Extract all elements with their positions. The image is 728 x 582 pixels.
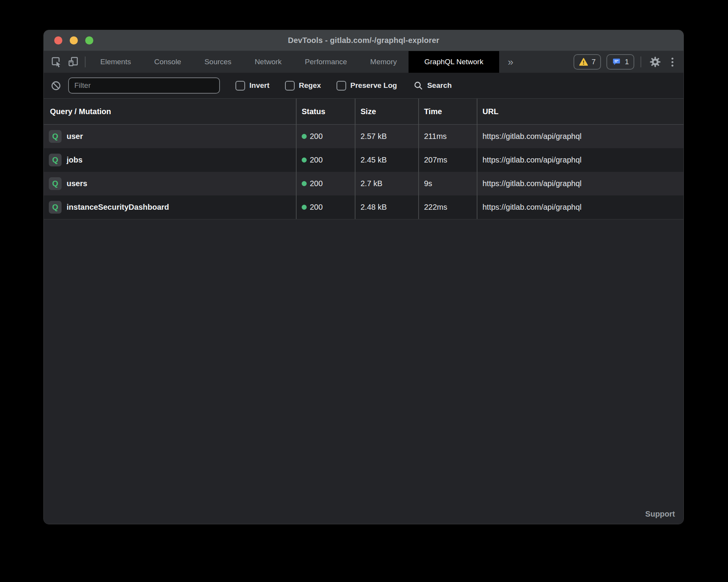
devtools-toolbar: Elements Console Sources Network Perform… [44, 51, 683, 73]
query-type-badge: Q [49, 177, 62, 190]
search-label: Search [427, 81, 452, 90]
status-ok-dot-icon [302, 181, 307, 186]
screen-background: DevTools - gitlab.com/-/graphql-explorer [0, 0, 728, 582]
request-url: https://gitlab.com/api/graphql [477, 125, 683, 148]
clear-filter-button[interactable] [51, 80, 61, 91]
query-type-badge: Q [49, 201, 62, 214]
invert-checkbox-group: Invert [235, 81, 270, 91]
query-type-badge: Q [49, 130, 62, 143]
preserve-log-label: Preserve Log [350, 81, 397, 90]
table-header: Query / Mutation Status Size Time URL [44, 99, 683, 125]
support-link[interactable]: Support [645, 510, 675, 519]
issues-badge-button[interactable]: 1 [606, 54, 634, 70]
toolbar-divider [85, 56, 86, 67]
tab-memory[interactable]: Memory [359, 51, 409, 73]
request-url: https://gitlab.com/api/graphql [477, 172, 683, 195]
more-tabs-button[interactable]: » [499, 51, 522, 73]
table-row[interactable]: Q instanceSecurityDashboard 200 2.48 kB … [44, 195, 683, 219]
invert-checkbox[interactable] [235, 81, 245, 91]
column-header-query-mutation[interactable]: Query / Mutation [44, 99, 297, 124]
tab-console[interactable]: Console [143, 51, 193, 73]
status-ok-dot-icon [302, 157, 307, 163]
request-table: Q user 200 2.57 kB 211ms https://gitlab.… [44, 125, 683, 219]
toolbar-right-cluster: 7 1 [573, 51, 676, 73]
size-value: 2.57 kB [355, 125, 419, 148]
issues-count: 1 [625, 58, 629, 66]
column-header-url[interactable]: URL [477, 99, 683, 124]
status-ok-dot-icon [302, 134, 307, 139]
request-url: https://gitlab.com/api/graphql [477, 148, 683, 172]
status-ok-dot-icon [302, 205, 307, 210]
request-url: https://gitlab.com/api/graphql [477, 195, 683, 219]
tab-elements[interactable]: Elements [89, 51, 143, 73]
preserve-log-checkbox[interactable] [337, 81, 346, 91]
table-row[interactable]: Q jobs 200 2.45 kB 207ms https://gitlab.… [44, 148, 683, 172]
chevron-double-right-icon: » [508, 56, 513, 68]
devtools-window: DevTools - gitlab.com/-/graphql-explorer [43, 30, 684, 524]
size-value: 2.48 kB [355, 195, 419, 219]
time-value: 9s [419, 172, 477, 195]
tab-performance[interactable]: Performance [293, 51, 359, 73]
time-value: 211ms [419, 125, 477, 148]
operation-name: jobs [67, 156, 82, 164]
device-toolbar-icon [67, 56, 79, 68]
preserve-log-checkbox-group: Preserve Log [337, 81, 397, 91]
table-row[interactable]: Q user 200 2.57 kB 211ms https://gitlab.… [44, 125, 683, 148]
warnings-badge-button[interactable]: 7 [573, 54, 601, 70]
inspect-element-button[interactable] [48, 51, 65, 73]
settings-button[interactable] [647, 54, 663, 70]
status-code: 200 [310, 203, 323, 212]
time-value: 207ms [419, 148, 477, 172]
invert-label: Invert [249, 81, 270, 90]
toolbar-right-divider [640, 56, 641, 67]
size-value: 2.7 kB [355, 172, 419, 195]
column-header-status[interactable]: Status [297, 99, 355, 124]
status-code: 200 [310, 179, 323, 188]
tab-sources[interactable]: Sources [193, 51, 243, 73]
operation-name: users [67, 179, 87, 188]
operation-name: user [67, 132, 83, 141]
search-button[interactable]: Search [413, 80, 452, 91]
filter-bar: Invert Regex Preserve Log Search [44, 73, 683, 99]
titlebar: DevTools - gitlab.com/-/graphql-explorer [44, 30, 683, 51]
regex-checkbox[interactable] [285, 81, 295, 91]
more-options-button[interactable] [668, 56, 676, 68]
panel-empty-area: Support [44, 219, 683, 524]
tab-graphql-network[interactable]: GraphQL Network [409, 51, 499, 73]
column-header-size[interactable]: Size [355, 99, 419, 124]
filter-input[interactable] [68, 77, 220, 94]
warning-count: 7 [592, 58, 596, 66]
kebab-menu-icon [671, 58, 673, 60]
message-bubble-icon [612, 57, 621, 67]
status-code: 200 [310, 132, 323, 141]
status-code: 200 [310, 156, 323, 164]
device-toolbar-button[interactable] [65, 51, 82, 73]
regex-label: Regex [299, 81, 321, 90]
regex-checkbox-group: Regex [285, 81, 321, 91]
operation-name: instanceSecurityDashboard [67, 203, 169, 212]
column-header-time[interactable]: Time [419, 99, 477, 124]
search-icon [413, 80, 423, 91]
tab-network[interactable]: Network [243, 51, 294, 73]
block-icon [51, 80, 61, 91]
window-title: DevTools - gitlab.com/-/graphql-explorer [44, 36, 683, 45]
time-value: 222ms [419, 195, 477, 219]
inspect-cursor-icon [50, 56, 62, 68]
warning-triangle-icon [579, 57, 588, 67]
size-value: 2.45 kB [355, 148, 419, 172]
gear-icon [649, 56, 661, 68]
query-type-badge: Q [49, 154, 62, 166]
table-row[interactable]: Q users 200 2.7 kB 9s https://gitlab.com… [44, 172, 683, 195]
